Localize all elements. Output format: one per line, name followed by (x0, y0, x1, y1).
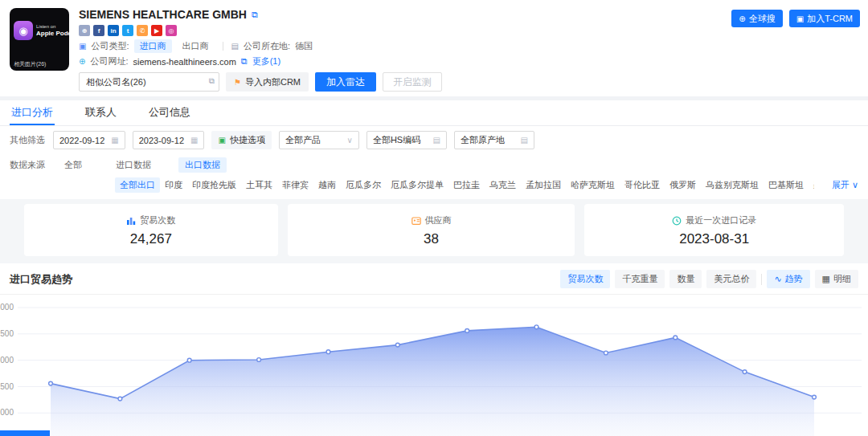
view-toggle-detail[interactable]: ▦ 明细 (815, 270, 858, 288)
main-tab[interactable]: 进口分析 (10, 100, 55, 125)
calendar-icon: ▦ (111, 136, 118, 145)
divider (223, 42, 223, 51)
date-from-picker[interactable]: 2022-09-12 ▦ (53, 131, 125, 149)
metric-toggle[interactable]: 千克重量 (615, 270, 665, 288)
country-tab[interactable]: 乌克兰 (485, 177, 521, 193)
company-type-label: 公司类型: (91, 40, 129, 52)
metric-toggle[interactable]: 美元总价 (706, 270, 756, 288)
more-link[interactable]: 更多(1) (252, 55, 280, 67)
datasource-option[interactable]: 出口数据 (178, 157, 227, 173)
social-icon-phone[interactable]: ✆ (137, 25, 148, 36)
globe-icon: ⊕ (739, 14, 745, 23)
social-icon-instagram[interactable]: ◎ (166, 25, 177, 36)
stat-card-trade-count: 贸易次数 24,267 (24, 204, 278, 256)
list-icon: ▤ (432, 136, 440, 145)
trend-area-chart[interactable]: 05001,0001,5002,0002,5003,000 2022-09202… (0, 295, 868, 436)
date-to-picker[interactable]: 2023-09-12 ▦ (133, 131, 205, 149)
datasource-label: 数据来源 (10, 159, 45, 171)
svg-text:2,500: 2,500 (0, 329, 14, 338)
expand-link[interactable]: 展开 ∨ (832, 179, 858, 191)
country-tab[interactable]: 全部出口 (115, 177, 160, 193)
country-tabs: 全部出口印度印度抢先版土耳其菲律宾越南厄瓜多尔厄瓜多尔提单巴拉圭乌克兰孟加拉国哈… (115, 177, 814, 193)
globe-icon: ⊕ (79, 57, 85, 66)
import-crm-button[interactable]: ⚑ 导入内部CRM (226, 72, 309, 92)
main-tab[interactable]: 联系人 (84, 100, 118, 125)
tcrm-icon: ▣ (796, 14, 804, 23)
product-select[interactable]: 全部产品 ∨ (279, 131, 359, 149)
copy-icon[interactable]: ⧉ (252, 10, 258, 20)
country-tab[interactable]: 巴拉圭 (448, 177, 485, 193)
stats-band: 贸易次数 24,267 供应商 38 最近一次进口记录 2023-08-31 (0, 199, 868, 263)
view-toggle-trend[interactable]: ∿ 趋势 (767, 270, 809, 288)
datasource-option[interactable]: 全部 (58, 157, 88, 173)
logo-listen-on: Listen on (36, 24, 69, 30)
country-tab[interactable]: 土耳其 (241, 177, 277, 193)
link-icon[interactable]: ⧉ (209, 76, 215, 86)
quick-options-icon: ▣ (218, 136, 225, 145)
company-logo[interactable]: ◉ Listen on Apple Podcasts 相关图片(26) (10, 8, 69, 71)
stat-value-last-import: 2023-08-31 (584, 231, 844, 247)
quick-options-button[interactable]: ▣ 快捷选项 (211, 131, 271, 149)
country-tab[interactable]: 墨西哥海运 (809, 177, 814, 193)
location-label: 公司所在地: (244, 40, 290, 52)
website-copy-icon[interactable]: ⧉ (241, 56, 248, 67)
logo-caption: 相关图片(26) (14, 60, 46, 68)
global-search-button[interactable]: ⊕ 全球搜 (731, 10, 782, 27)
social-icon-website[interactable]: ⊕ (79, 25, 90, 36)
datasource-options: 全部进口数据出口数据 (58, 157, 227, 173)
flag-icon: ⚑ (234, 78, 241, 87)
location-value: 德国 (295, 40, 313, 52)
chevron-down-icon: ∨ (852, 180, 858, 189)
country-tab[interactable]: 印度 (160, 177, 187, 193)
website-value[interactable]: siemens-healthineers.com (133, 57, 235, 67)
filter-label: 其他筛选 (10, 134, 45, 146)
social-icon-twitter[interactable]: t (122, 25, 133, 36)
social-icon-youtube[interactable]: ▶ (151, 25, 162, 36)
country-tab[interactable]: 厄瓜多尔提单 (386, 177, 448, 193)
social-icon-linkedin[interactable]: in (108, 25, 119, 36)
list-icon: ▤ (520, 136, 527, 145)
country-tab[interactable]: 厄瓜多尔 (341, 177, 386, 193)
view-toggles: ∿ 趋势 ▦ 明细 (767, 270, 858, 288)
country-tab[interactable]: 印度抢先版 (187, 177, 241, 193)
trend-title: 进口贸易趋势 (10, 272, 560, 287)
view-toggle-icon: ▦ (822, 274, 830, 284)
divider (761, 274, 762, 285)
hs-code-select[interactable]: 全部HS编码 ▤ (366, 131, 447, 149)
apple-podcasts-icon: ◉ (14, 21, 33, 40)
start-monitor-button[interactable]: 开启监测 (383, 72, 442, 92)
trend-header: 进口贸易趋势 贸易次数千克重量数量美元总价 ∿ 趋势 ▦ 明细 (0, 263, 868, 295)
country-tab[interactable]: 哥伦比亚 (620, 177, 665, 193)
country-tab[interactable]: 俄罗斯 (665, 177, 701, 193)
stat-value-supplier: 38 (288, 231, 575, 247)
company-type-icon: ▣ (79, 42, 86, 51)
view-toggle-icon: ∿ (774, 274, 781, 284)
country-tab[interactable]: 巴基斯坦 (764, 177, 809, 193)
metric-toggles: 贸易次数千克重量数量美元总价 (560, 270, 756, 288)
main-tab[interactable]: 公司信息 (147, 100, 192, 125)
metric-toggle[interactable]: 数量 (669, 270, 702, 288)
country-tab[interactable]: 乌兹别克斯坦 (701, 177, 764, 193)
exporter-tag[interactable]: 出口商 (177, 39, 215, 53)
join-tcrm-button[interactable]: ▣ 加入T-CRM (789, 10, 860, 27)
origin-select[interactable]: 全部原产地 ▤ (454, 131, 534, 149)
country-tab[interactable]: 哈萨克斯坦 (566, 177, 620, 193)
stat-card-last-import: 最近一次进口记录 2023-08-31 (584, 204, 844, 256)
datasource-option[interactable]: 进口数据 (109, 157, 158, 173)
join-radar-button[interactable]: 加入雷达 (315, 72, 376, 92)
horizontal-scrollbar-thumb[interactable] (0, 430, 50, 436)
importer-tag[interactable]: 进口商 (134, 39, 172, 53)
social-icon-facebook[interactable]: f (93, 25, 104, 36)
country-tab[interactable]: 越南 (313, 177, 341, 193)
clock-icon (672, 216, 682, 226)
metric-toggle[interactable]: 贸易次数 (560, 270, 610, 288)
company-header: ◉ Listen on Apple Podcasts 相关图片(26) SIEM… (0, 0, 868, 96)
stat-label: 贸易次数 (140, 214, 175, 226)
country-bar: 全部出口印度印度抢先版土耳其菲律宾越南厄瓜多尔厄瓜多尔提单巴拉圭乌克兰孟加拉国哈… (0, 174, 868, 199)
bar-chart-icon (126, 216, 136, 226)
similar-company-input[interactable] (79, 72, 219, 92)
datasource-bar: 数据来源 全部进口数据出口数据 (0, 154, 868, 174)
country-tab[interactable]: 孟加拉国 (521, 177, 566, 193)
supplier-icon (411, 216, 421, 226)
country-tab[interactable]: 菲律宾 (277, 177, 313, 193)
